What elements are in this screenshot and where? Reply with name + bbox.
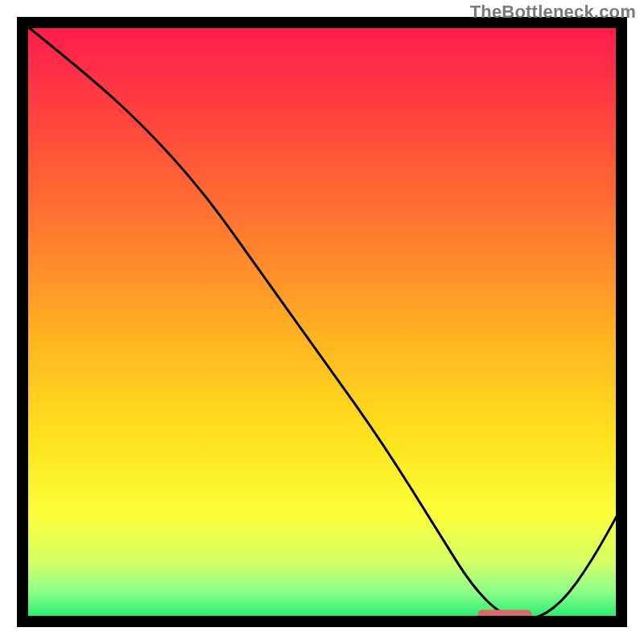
bottleneck-chart [0, 0, 644, 644]
watermark-text: TheBottleneck.com [470, 2, 636, 23]
chart-stage: TheBottleneck.com [0, 0, 644, 644]
plot-background [23, 23, 621, 621]
